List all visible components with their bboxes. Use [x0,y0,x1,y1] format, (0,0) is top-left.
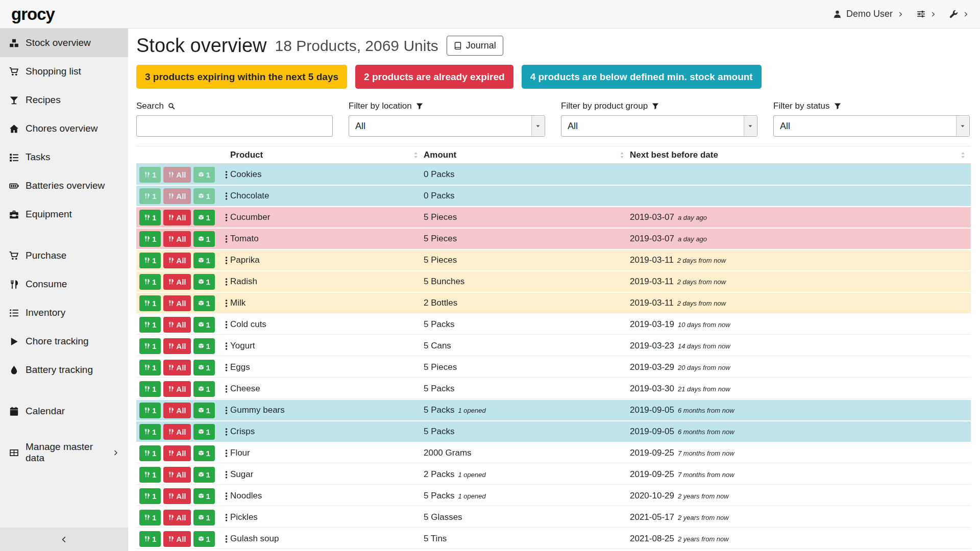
open-one-button[interactable]: 1 [193,424,215,440]
sidebar-item-battery-tracking[interactable]: Battery tracking [0,356,128,384]
row-menu-button[interactable] [222,470,231,479]
consume-all-button[interactable]: All [163,338,190,354]
open-one-button[interactable]: 1 [193,445,215,461]
sidebar-item-stock-overview[interactable]: Stock overview [0,29,128,57]
open-one-button[interactable]: 1 [193,403,215,418]
sidebar-item-equipment[interactable]: Equipment [0,200,128,229]
consume-all-button[interactable]: All [163,295,190,311]
user-menu[interactable]: Demo User [833,9,903,19]
consume-one-button[interactable]: 1 [139,338,161,354]
sidebar-item-purchase[interactable]: Purchase [0,241,128,270]
consume-all-button[interactable]: All [163,424,190,440]
consume-all-button[interactable]: All [163,231,190,247]
row-menu-button[interactable] [222,278,231,286]
consume-one-button[interactable]: 1 [139,317,161,333]
row-menu-button[interactable] [222,213,231,222]
row-menu-button[interactable] [222,192,231,201]
consume-all-button[interactable]: All [163,510,190,525]
consume-all-button[interactable]: All [163,317,190,333]
column-header-next-best-before-date[interactable]: Next best before date [630,146,971,163]
open-one-button[interactable]: 1 [193,253,215,268]
consume-one-button[interactable]: 1 [139,445,161,461]
sidebar-item-recipes[interactable]: Recipes [0,86,128,114]
open-one-button[interactable]: 1 [193,381,215,397]
settings-menu[interactable] [917,10,936,18]
row-menu-button[interactable] [222,449,231,458]
chevron-right-icon [112,449,119,456]
consume-all-button[interactable]: All [163,274,190,290]
consume-all-button[interactable]: All [163,253,190,268]
row-menu-button[interactable] [222,406,231,415]
status-badge[interactable]: 2 products are already expired [355,65,513,89]
status-select[interactable]: All [773,115,970,137]
product-group-select[interactable]: All [561,115,757,137]
row-menu-button[interactable] [222,235,231,243]
sidebar-item-calendar[interactable]: Calendar [0,397,128,425]
sidebar-item-shopping-list[interactable]: Shopping list [0,57,128,86]
row-menu-button[interactable] [222,535,231,543]
sidebar-item-tasks[interactable]: Tasks [0,143,128,171]
row-menu-button[interactable] [222,428,231,436]
open-one-button[interactable]: 1 [193,295,215,311]
consume-all-button[interactable]: All [163,531,190,547]
consume-one-button[interactable]: 1 [139,488,161,504]
row-menu-button[interactable] [222,256,231,265]
search-input[interactable] [136,115,333,137]
consume-all-button[interactable]: All [163,210,190,226]
open-one-button[interactable]: 1 [193,531,215,547]
consume-one-button[interactable]: 1 [139,510,161,525]
open-one-button[interactable]: 1 [193,317,215,333]
sidebar-item-manage-master-data[interactable]: Manage master data [0,438,128,467]
consume-one-button[interactable]: 1 [139,403,161,418]
sidebar-item-consume[interactable]: Consume [0,270,128,298]
sidebar-item-chores-overview[interactable]: Chores overview [0,114,128,143]
journal-button[interactable]: Journal [447,36,503,56]
table-row: 1 All 1 Paprika 5 Pieces 2019-03-112 day… [136,250,971,271]
row-menu-button[interactable] [222,342,231,350]
table-row: 1 All 1 Tomato 5 Pieces 2019-03-07a day … [136,229,971,250]
open-one-button[interactable]: 1 [193,467,215,483]
row-menu-button[interactable] [222,363,231,372]
sidebar-item-chore-tracking[interactable]: Chore tracking [0,327,128,356]
consume-one-button[interactable]: 1 [139,531,161,547]
admin-menu[interactable] [949,10,969,18]
open-one-button[interactable]: 1 [193,510,215,525]
consume-all-button[interactable]: All [163,381,190,397]
sidebar-item-inventory[interactable]: Inventory [0,298,128,327]
consume-one-button[interactable]: 1 [139,467,161,483]
row-menu-button[interactable] [222,492,231,500]
sidebar-collapse-button[interactable] [0,528,128,551]
column-header-amount[interactable]: Amount [424,146,630,163]
consume-all-button[interactable]: All [163,403,190,418]
consume-one-button[interactable]: 1 [139,231,161,247]
row-menu-button[interactable] [222,320,231,329]
sidebar-item-batteries-overview[interactable]: Batteries overview [0,171,128,200]
open-one-button[interactable]: 1 [193,274,215,290]
open-one-button[interactable]: 1 [193,231,215,247]
row-menu-button[interactable] [222,385,231,393]
location-select[interactable]: All [349,115,545,137]
consume-all-button[interactable]: All [163,445,190,461]
row-menu-button[interactable] [222,513,231,522]
consume-all-button[interactable]: All [163,488,190,504]
consume-one-button[interactable]: 1 [139,274,161,290]
status-badge[interactable]: 3 products expiring within the next 5 da… [136,65,347,89]
consume-one-button[interactable]: 1 [139,424,161,440]
open-one-button[interactable]: 1 [193,210,215,226]
sidebar-item-label: Calendar [26,406,65,417]
consume-one-button[interactable]: 1 [139,360,161,375]
row-menu-button[interactable] [222,170,231,179]
consume-one-button[interactable]: 1 [139,210,161,226]
consume-all-button[interactable]: All [163,467,190,483]
open-one-button[interactable]: 1 [193,360,215,375]
utensils-icon [168,343,174,349]
consume-all-button[interactable]: All [163,360,190,375]
open-one-button[interactable]: 1 [193,338,215,354]
consume-one-button[interactable]: 1 [139,253,161,268]
row-menu-button[interactable] [222,299,231,308]
consume-one-button[interactable]: 1 [139,381,161,397]
column-header-product[interactable]: Product [230,146,424,163]
consume-one-button[interactable]: 1 [139,295,161,311]
status-badge[interactable]: 4 products are below defined min. stock … [522,65,762,89]
open-one-button[interactable]: 1 [193,488,215,504]
